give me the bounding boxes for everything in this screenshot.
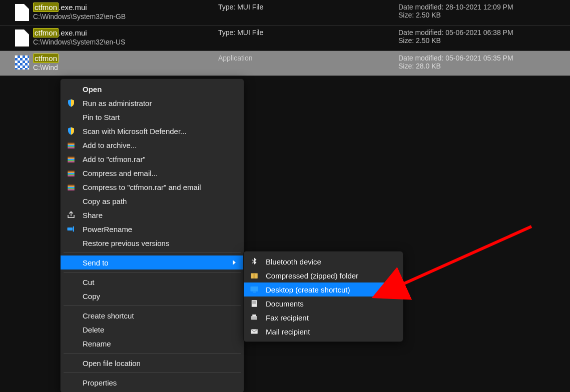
menu-item-properties[interactable]: Properties [61, 376, 244, 390]
svg-rect-4 [68, 148, 75, 148]
blank-icon [67, 325, 76, 334]
blank-icon [67, 292, 76, 300]
menu-item-label: Rename [83, 340, 236, 348]
menu-separator [64, 353, 241, 354]
svg-rect-2 [68, 145, 75, 146]
menu-item-add-to-archive[interactable]: Add to archive... [61, 138, 244, 152]
svg-rect-7 [68, 159, 75, 160]
file-name-suffix: .exe.mui [59, 3, 87, 12]
menu-item-label: Fax recipient [266, 314, 395, 322]
submenu-item-mail-recipient[interactable]: Mail recipient [244, 324, 403, 338]
bluetooth-icon [250, 257, 259, 266]
submenu-item-documents[interactable]: Documents [244, 296, 403, 310]
doc-icon [250, 299, 259, 308]
menu-item-compress-to-ctfmon-rar-and-email[interactable]: Compress to "ctfmon.rar" and email [61, 180, 244, 194]
menu-item-copy[interactable]: Copy [61, 289, 244, 303]
submenu-item-desktop-create-shortcut[interactable]: Desktop (create shortcut) [244, 282, 403, 296]
submenu-item-fax-recipient[interactable]: Fax recipient [244, 310, 403, 324]
menu-item-share[interactable]: Share [61, 208, 244, 222]
blank-icon [67, 112, 76, 122]
svg-line-33 [396, 226, 531, 287]
context-menu[interactable]: OpenRun as administratorPin to StartScan… [60, 78, 244, 392]
submenu-item-bluetooth-device[interactable]: Bluetooth device [244, 254, 403, 268]
menu-item-label: Scan with Microsoft Defender... [83, 127, 236, 136]
svg-rect-0 [68, 143, 75, 144]
submenu-arrow-icon [233, 260, 236, 265]
menu-item-copy-as-path[interactable]: Copy as path [61, 194, 244, 208]
menu-item-scan-with-microsoft-defender[interactable]: Scan with Microsoft Defender... [61, 124, 244, 138]
menu-item-compress-and-email[interactable]: Compress and email... [61, 166, 244, 180]
file-name-suffix: .exe.mui [59, 28, 87, 37]
file-row[interactable]: ctfmon.exe.muiC:\Windows\System32\en-UST… [0, 26, 570, 51]
svg-rect-29 [252, 304, 256, 304]
menu-item-label: Compress to "ctfmon.rar" and email [83, 183, 236, 192]
menu-item-open-file-location[interactable]: Open file location [61, 356, 244, 370]
file-path: C:\Windows\System32\en-GB [33, 12, 218, 20]
menu-item-powerrename[interactable]: PowerRename [61, 222, 244, 236]
menu-item-label: Share [83, 211, 236, 220]
menu-item-add-to-ctfmon-rar[interactable]: Add to "ctfmon.rar" [61, 152, 244, 166]
archive-icon [67, 182, 76, 192]
svg-rect-18 [68, 188, 75, 189]
shield-blue-icon [67, 98, 76, 108]
menu-separator [64, 372, 241, 373]
zip-icon [250, 271, 259, 280]
menu-item-run-as-administrator[interactable]: Run as administrator [61, 96, 244, 110]
file-size: Size: 2.50 KB [398, 11, 565, 19]
file-name: ctfmon.exe.mui [33, 3, 218, 12]
svg-rect-14 [68, 176, 75, 176]
menu-item-cut[interactable]: Cut [61, 275, 244, 289]
menu-separator [64, 252, 241, 253]
svg-rect-11 [68, 172, 75, 173]
file-row[interactable]: ctfmon.exe.muiC:\Windows\System32\en-GBT… [0, 0, 570, 26]
menu-item-label: Compressed (zipped) folder [266, 272, 395, 280]
file-size: Size: 2.50 KB [398, 36, 565, 44]
menu-item-create-shortcut[interactable]: Create shortcut [61, 308, 244, 322]
file-name: ctfmon.exe.mui [33, 28, 218, 37]
search-highlight: ctfmon [33, 2, 59, 12]
file-icon [11, 28, 33, 46]
file-row[interactable]: ctfmonC:\WindApplicationDate modified: 0… [0, 51, 570, 76]
blank-icon [67, 278, 76, 286]
mail-icon [250, 327, 259, 336]
svg-rect-12 [68, 173, 75, 174]
file-name: ctfmon [33, 54, 218, 62]
menu-item-delete[interactable]: Delete [61, 322, 244, 336]
menu-item-label: Open [83, 85, 236, 94]
svg-rect-10 [68, 171, 75, 172]
menu-separator [64, 272, 241, 272]
menu-item-open[interactable]: Open [61, 82, 244, 96]
archive-icon [67, 168, 76, 178]
menu-item-label: Delete [83, 326, 236, 334]
menu-item-label: Desktop (create shortcut) [266, 286, 395, 294]
svg-rect-28 [252, 302, 256, 303]
svg-rect-9 [68, 162, 75, 162]
context-submenu-send-to[interactable]: Bluetooth deviceCompressed (zipped) fold… [243, 251, 403, 342]
blank-icon [67, 238, 76, 248]
file-date: Date modified: 05-06-2021 05:35 PM [398, 54, 565, 62]
menu-item-pin-to-start[interactable]: Pin to Start [61, 110, 244, 124]
menu-item-label: Cut [83, 278, 236, 286]
submenu-item-compressed-zipped-folder[interactable]: Compressed (zipped) folder [244, 268, 403, 282]
blank-icon [67, 339, 76, 348]
svg-rect-13 [68, 174, 75, 175]
file-meta: Date modified: 05-06-2021 06:38 PMSize: … [398, 28, 565, 44]
menu-item-label: Add to archive... [83, 141, 236, 150]
menu-item-label: Run as administrator [83, 99, 236, 108]
menu-item-rename[interactable]: Rename [61, 336, 244, 350]
menu-item-send-to[interactable]: Send to [61, 256, 244, 270]
svg-rect-31 [252, 314, 256, 316]
file-name-cell: ctfmonC:\Wind [33, 54, 218, 72]
menu-item-restore-previous-versions[interactable]: Restore previous versions [61, 236, 244, 250]
archive-icon [67, 140, 76, 150]
svg-rect-21 [73, 226, 74, 232]
rename-icon [67, 224, 76, 234]
menu-item-label: Create shortcut [83, 312, 236, 320]
svg-rect-19 [68, 190, 75, 190]
file-icon [11, 3, 33, 21]
file-type: Type: MUI File [218, 3, 398, 11]
application-icon [11, 54, 33, 70]
menu-item-label: Send to [83, 258, 226, 267]
blank-icon [67, 84, 76, 94]
menu-item-label: Copy [83, 292, 236, 300]
